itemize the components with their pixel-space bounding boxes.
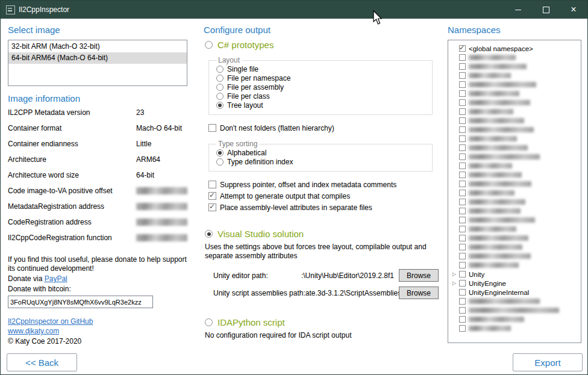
namespace-item[interactable]: UnityEngineInternal [452,288,578,297]
namespace-item[interactable] [452,116,578,125]
namespace-item[interactable] [452,89,578,98]
namespace-item[interactable] [452,315,578,324]
info-label: CodeRegistration address [8,218,136,226]
namespace-item[interactable]: Unity [452,270,578,279]
bitcoin-address-input[interactable] [8,296,153,308]
namespace-item[interactable] [452,197,578,206]
layout-option[interactable]: File per class [216,91,427,101]
namespace-item[interactable] [452,134,578,143]
namespace-checkbox[interactable] [459,280,466,287]
output-option-checkbox[interactable]: Suppress pointer, offset and index metad… [208,179,442,190]
visual-studio-solution-radio[interactable]: Visual Studio solution [205,229,442,239]
namespace-item[interactable]: UnityEngine [452,279,578,288]
expander-icon[interactable] [452,281,459,286]
namespace-checkbox[interactable] [459,325,466,332]
maximize-button[interactable] [532,1,560,19]
namespace-checkbox[interactable] [459,190,466,196]
namespace-item[interactable] [452,188,578,197]
namespace-item[interactable] [452,252,578,261]
namespace-item[interactable] [452,125,578,134]
namespace-item[interactable] [452,161,578,170]
type-sorting-option[interactable]: Type definition index [216,157,427,166]
namespace-item[interactable] [452,206,578,215]
namespace-checkbox[interactable] [459,163,466,169]
namespace-item[interactable] [452,98,578,107]
namespace-item[interactable] [452,215,578,225]
layout-option[interactable]: Tree layout [216,101,427,110]
namespace-item[interactable] [452,261,578,270]
namespace-item[interactable] [452,53,578,62]
namespace-item[interactable]: <global namespace> [452,44,578,53]
image-listbox[interactable]: 32-bit ARM (Mach-O 32-bit) 64-bit ARM64 … [8,40,187,86]
namespace-item[interactable] [452,324,578,333]
namespace-item[interactable] [452,243,578,252]
idapython-script-radio[interactable]: IDAPython script [205,317,442,327]
paypal-link[interactable]: PayPal [45,274,67,283]
namespace-checkbox[interactable] [459,316,466,323]
namespace-item[interactable] [452,179,578,188]
namespace-item[interactable] [452,143,578,152]
namespace-checkbox[interactable] [459,253,466,259]
namespace-checkbox[interactable] [459,117,466,124]
namespace-checkbox[interactable] [459,262,466,268]
namespace-checkbox[interactable] [459,289,466,296]
namespace-checkbox[interactable] [459,126,466,133]
namespace-checkbox[interactable] [459,99,466,106]
namespace-checkbox[interactable] [459,235,466,241]
close-button[interactable]: × [560,1,587,19]
namespace-item[interactable] [452,170,578,179]
namespace-checkbox[interactable] [459,307,466,314]
namespace-checkbox[interactable] [459,244,466,250]
layout-option[interactable]: File per namespace [216,73,427,82]
output-option-checkbox[interactable]: Attempt to generate output that compiles [208,190,442,202]
namespace-checkbox[interactable] [459,90,466,97]
type-sorting-option[interactable]: Alphabetical [216,148,427,157]
github-link[interactable]: Il2CppInspector on GitHub [8,317,93,326]
namespace-item[interactable] [452,71,578,80]
namespace-item[interactable] [452,62,578,71]
namespace-checkbox[interactable] [459,81,466,88]
image-list-item[interactable]: 32-bit ARM (Mach-O 32-bit) [8,41,187,52]
namespace-item[interactable] [452,152,578,161]
namespace-checkbox[interactable] [459,153,466,160]
namespace-checkbox[interactable] [459,217,466,223]
namespace-checkbox[interactable] [459,181,466,187]
namespace-checkbox[interactable] [459,298,466,305]
expander-icon[interactable] [452,272,459,277]
browse-button[interactable]: Browse [399,287,439,299]
namespace-item[interactable] [452,297,578,306]
flatten-hierarchy-checkbox[interactable]: Don't nest folders (flatten hierarchy) [208,122,442,134]
output-option-checkbox[interactable]: Place assembly-level attributes in separ… [208,202,442,213]
namespace-checkbox[interactable] [459,144,466,151]
layout-option[interactable]: File per assembly [216,82,427,91]
namespace-item[interactable] [452,306,578,315]
namespace-checkbox[interactable] [459,108,466,115]
namespace-item[interactable] [452,80,578,89]
namespaces-tree[interactable]: <global namespace> [448,40,581,343]
minimize-button[interactable] [504,1,532,19]
website-link[interactable]: www.djkaty.com [8,327,59,335]
namespace-checkbox[interactable] [459,72,466,79]
namespace-item[interactable] [452,234,578,243]
namespace-checkbox[interactable] [459,172,466,178]
namespace-checkbox[interactable] [459,208,466,214]
namespace-checkbox[interactable] [459,45,466,52]
checkbox-icon [208,192,216,200]
namespace-checkbox[interactable] [459,199,466,205]
browse-button[interactable]: Browse [399,269,439,282]
namespace-item[interactable] [452,107,578,116]
image-list-item[interactable]: 64-bit ARM64 (Mach-O 64-bit) [8,52,187,64]
namespace-checkbox[interactable] [459,226,466,232]
namespace-checkbox[interactable] [459,63,466,70]
layout-option[interactable]: Single file [216,64,427,73]
titlebar[interactable]: Il2CppInspector × [1,1,587,19]
namespace-item[interactable] [452,225,578,234]
redacted-namespace [469,262,519,268]
namespace-checkbox[interactable] [459,135,466,142]
csharp-prototypes-radio[interactable]: C# prototypes [205,40,442,50]
back-button[interactable]: << Back [7,353,77,371]
export-button[interactable]: Export [513,353,583,371]
redacted-namespace [469,82,536,87]
namespace-checkbox[interactable] [459,271,466,277]
namespace-checkbox[interactable] [459,54,466,61]
